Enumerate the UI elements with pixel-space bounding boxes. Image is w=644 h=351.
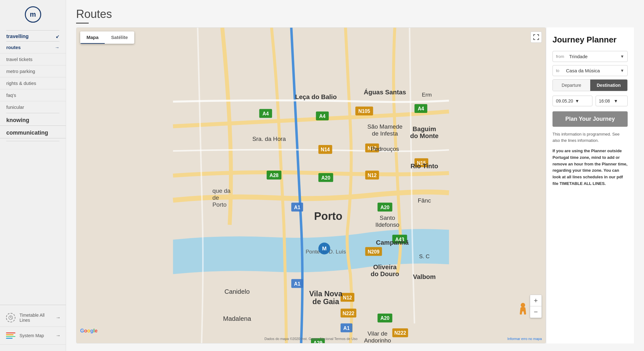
time-dropdown-icon: ▼ — [614, 98, 618, 103]
svg-text:N222: N222 — [342, 311, 354, 316]
svg-text:A20: A20 — [380, 315, 390, 321]
from-field-row[interactable]: from Trindade ▼ — [552, 51, 628, 62]
sidebar-category-communicating[interactable]: communicating — [0, 126, 66, 138]
to-value: Casa da Música — [564, 65, 617, 76]
svg-text:Campanhã: Campanhã — [376, 239, 409, 246]
svg-text:Sra. da Hora: Sra. da Hora — [253, 136, 286, 142]
svg-text:Fânc: Fânc — [418, 197, 431, 204]
plan-journey-button[interactable]: Plan Your Journey — [552, 111, 628, 127]
map-tab-mapa[interactable]: Mapa — [80, 31, 105, 44]
svg-text:N222: N222 — [394, 330, 406, 336]
info-text-bold: If you are using the Planner outside Por… — [552, 148, 628, 187]
info-bold-label: If you are using the Planner outside Por… — [552, 148, 627, 186]
svg-text:Erm: Erm — [422, 92, 432, 98]
page-header: Routes — [66, 0, 644, 27]
logo-area: m — [0, 6, 66, 23]
svg-text:A1: A1 — [294, 281, 300, 287]
svg-text:Madalena: Madalena — [223, 315, 251, 322]
sidebar-item-faqs[interactable]: faq's — [0, 89, 66, 101]
from-dropdown-icon[interactable]: ▼ — [617, 52, 627, 61]
to-field-row[interactable]: to Casa da Música ▼ — [552, 65, 628, 76]
sidebar-item-funicular[interactable]: funicular — [0, 101, 66, 113]
map-zoom-controls: + − — [530, 295, 542, 318]
svg-text:Valbom: Valbom — [413, 273, 436, 280]
date-select[interactable]: 09.05.20 ▼ — [552, 96, 592, 106]
lines-icon — [5, 330, 16, 341]
svg-text:S. C: S. C — [419, 253, 430, 259]
google-logo: Google — [80, 328, 97, 334]
sidebar-item-travel-tickets[interactable]: travel tickets — [0, 53, 66, 65]
svg-text:A4: A4 — [418, 106, 424, 111]
svg-text:A29: A29 — [314, 340, 323, 343]
sidebar-item-travelling[interactable]: travelling ↙ — [0, 31, 66, 41]
routes-arrow-icon: → — [55, 45, 59, 50]
svg-text:Águas Santas: Águas Santas — [364, 89, 406, 96]
svg-point-70 — [521, 303, 525, 307]
svg-text:Oliveirado Douro: Oliveirado Douro — [371, 264, 399, 277]
clock-icon — [5, 312, 16, 323]
sidebar-category-knowing[interactable]: knowing — [0, 113, 66, 126]
svg-text:N105: N105 — [358, 109, 370, 114]
map-tabs: Mapa Satélite — [80, 31, 134, 44]
title-underline — [76, 23, 89, 24]
sidebar-item-metro-parking[interactable]: metro parking — [0, 65, 66, 77]
svg-text:N12: N12 — [368, 173, 377, 178]
zoom-out-button[interactable]: − — [530, 306, 541, 318]
svg-text:Canidelo: Canidelo — [225, 288, 250, 295]
svg-text:A1: A1 — [343, 326, 350, 331]
sidebar-bottom: Timetable All Lines → System Map → — [0, 305, 66, 345]
logo-icon: m — [25, 6, 41, 23]
svg-text:N209: N209 — [368, 249, 380, 254]
journey-planner-title: Journey Planner — [552, 35, 628, 45]
svg-text:M: M — [322, 245, 326, 252]
svg-text:Leça do Balio: Leça do Balio — [295, 93, 336, 100]
svg-text:A4: A4 — [263, 111, 269, 116]
from-value: Trindade — [567, 51, 617, 62]
svg-text:Vila Novade Gaia: Vila Novade Gaia — [309, 290, 342, 306]
page-title: Routes — [76, 8, 634, 21]
sidebar: m travelling ↙ routes → travel tickets m… — [0, 0, 66, 351]
to-label: to — [553, 66, 564, 75]
time-value: 16:08 — [599, 98, 610, 103]
svg-text:A28: A28 — [269, 173, 279, 178]
journey-planner-panel: Journey Planner from Trindade ▼ to Casa … — [546, 27, 634, 343]
svg-text:A20: A20 — [380, 205, 390, 210]
zoom-in-button[interactable]: + — [530, 295, 541, 306]
content-area: Mapa Satélite — [66, 27, 644, 351]
date-time-row: 09.05.20 ▼ 16:08 ▼ — [552, 96, 628, 106]
timetable-arrow-icon: → — [56, 315, 61, 320]
sidebar-item-timetable[interactable]: Timetable All Lines → — [0, 309, 66, 327]
svg-line-2 — [11, 318, 12, 318]
svg-text:N14: N14 — [321, 147, 330, 152]
sidebar-item-rights-duties[interactable]: rights & duties — [0, 77, 66, 89]
map-fullscreen-button[interactable] — [530, 31, 542, 43]
date-dropdown-icon: ▼ — [575, 98, 580, 103]
toggle-departure[interactable]: Departure — [553, 80, 590, 91]
toggle-destination[interactable]: Destination — [590, 80, 628, 91]
street-view-icon[interactable] — [518, 303, 528, 318]
map-container[interactable]: Mapa Satélite — [76, 27, 546, 343]
svg-text:A20: A20 — [321, 175, 330, 181]
svg-text:A4: A4 — [319, 114, 325, 119]
system-map-arrow-icon: → — [56, 333, 61, 338]
svg-text:Baguimdo Monte: Baguimdo Monte — [410, 125, 438, 139]
map-attribution: Dados do mapa ©2020 Inst. Geogr. Naciona… — [76, 337, 546, 341]
time-select[interactable]: 16:08 ▼ — [596, 96, 628, 106]
map-tab-satelite[interactable]: Satélite — [105, 31, 134, 44]
svg-text:N12: N12 — [343, 295, 352, 300]
date-value: 09.05.20 — [556, 98, 573, 103]
departure-destination-toggle: Departure Destination — [552, 79, 628, 91]
svg-text:Pedrouços: Pedrouços — [371, 146, 399, 152]
sidebar-item-system-map[interactable]: System Map → — [0, 327, 66, 345]
svg-text:A1: A1 — [294, 205, 300, 210]
map-report-error[interactable]: Informar erro no mapa — [508, 337, 542, 341]
to-dropdown-icon[interactable]: ▼ — [617, 66, 627, 75]
map-svg: A4 A4 A4 N105 A28 A20 A20 — [76, 28, 546, 343]
svg-text:Porto: Porto — [314, 210, 342, 222]
main-content: Routes Mapa Satélite — [66, 0, 644, 351]
info-text: This information is programmed. See also… — [552, 131, 628, 143]
travelling-arrow-icon: ↙ — [56, 34, 59, 39]
map-background: A4 A4 A4 N105 A28 A20 A20 — [76, 28, 546, 343]
sidebar-item-routes[interactable]: routes → — [0, 42, 66, 53]
from-label: from — [553, 52, 567, 61]
